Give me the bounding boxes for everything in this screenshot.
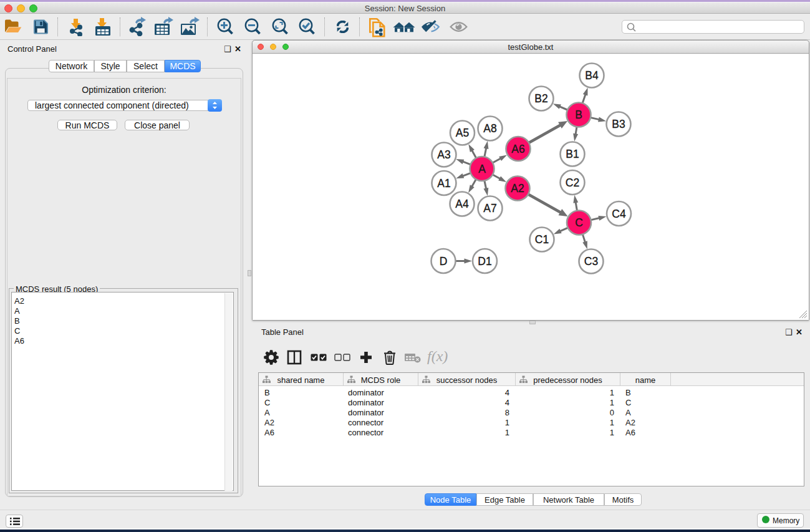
svg-text:A1: A1 — [437, 177, 450, 190]
svg-text:A7: A7 — [483, 202, 496, 215]
svg-text:A2: A2 — [511, 182, 524, 195]
svg-text:D1: D1 — [478, 255, 491, 268]
svg-text:C: C — [575, 216, 583, 229]
svg-text:A3: A3 — [437, 148, 450, 161]
svg-text:C4: C4 — [612, 208, 626, 220]
svg-text:B3: B3 — [612, 118, 625, 130]
svg-text:B1: B1 — [566, 148, 579, 160]
svg-text:B2: B2 — [534, 92, 547, 105]
svg-text:C1: C1 — [535, 233, 549, 246]
svg-text:B: B — [575, 109, 582, 121]
svg-text:A6: A6 — [511, 143, 524, 155]
svg-text:A: A — [478, 163, 486, 175]
svg-text:C3: C3 — [584, 255, 598, 268]
svg-text:A4: A4 — [455, 198, 469, 210]
svg-text:C2: C2 — [566, 177, 579, 189]
svg-text:B4: B4 — [585, 69, 599, 82]
svg-text:A8: A8 — [483, 122, 496, 135]
svg-text:D: D — [440, 255, 448, 268]
svg-text:A5: A5 — [456, 127, 469, 139]
